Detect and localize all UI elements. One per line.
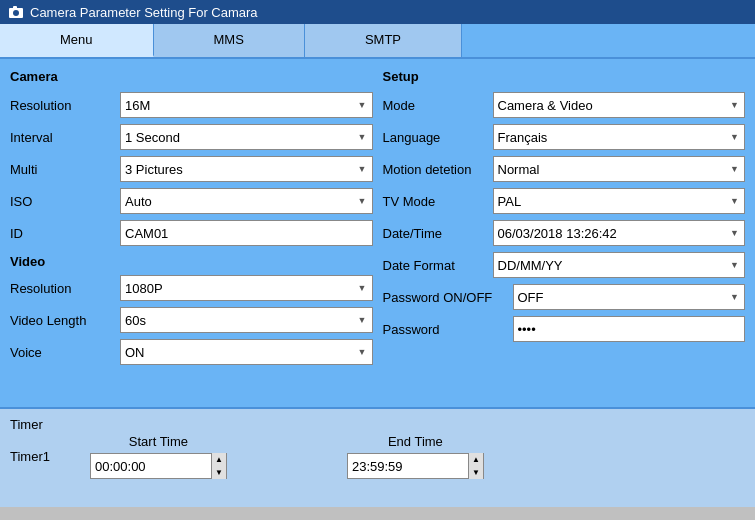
end-spinners2: ▲▼ (468, 453, 483, 479)
video-voice-wrapper: ONOFF (120, 339, 373, 365)
setup-motion-wrapper: NormalLowHigh (493, 156, 746, 182)
camera-iso-select[interactable]: Auto100200 (120, 188, 373, 214)
setup-motion-label: Motion detetion (383, 162, 493, 177)
title-bar: Camera Parameter Setting For Camara (0, 0, 755, 24)
st-up2[interactable]: ▲ (212, 453, 226, 466)
setup-datetime-select[interactable]: 06/03/2018 13:26:42 (493, 220, 746, 246)
camera-multi-select[interactable]: 3 Pictures1 Picture2 Pictures (120, 156, 373, 182)
setup-section-title: Setup (383, 69, 746, 84)
setup-datetime-wrapper: 06/03/2018 13:26:42 (493, 220, 746, 246)
video-length-label: Video Length (10, 313, 120, 328)
setup-mode-label: Mode (383, 98, 493, 113)
start-time-group2: Start Time▲▼ (90, 434, 227, 479)
camera-resolution-row: Resolution 16M8M5M (10, 92, 373, 118)
start-spinners2: ▲▼ (211, 453, 226, 479)
svg-rect-2 (13, 6, 17, 9)
camera-interval-label: Interval (10, 130, 120, 145)
video-voice-label: Voice (10, 345, 120, 360)
left-panel: Camera Resolution 16M8M5M Interval 1 Sec… (10, 69, 373, 397)
camera-section-title: Camera (10, 69, 373, 84)
setup-dateformat-label: Date Format (383, 258, 493, 273)
video-resolution-select[interactable]: 1080P720P480P (120, 275, 373, 301)
title-text: Camera Parameter Setting For Camara (30, 5, 258, 20)
setup-password-input[interactable] (513, 316, 746, 342)
video-voice-select[interactable]: ONOFF (120, 339, 373, 365)
st-dn2[interactable]: ▼ (212, 466, 226, 479)
end-time-input2[interactable] (348, 454, 468, 478)
camera-id-row: ID (10, 220, 373, 246)
setup-pwonoff-label: Password ON/OFF (383, 290, 513, 305)
video-resolution-wrapper: 1080P720P480P (120, 275, 373, 301)
setup-tvmode-wrapper: PALNTSC (493, 188, 746, 214)
camera-resolution-select[interactable]: 16M8M5M (120, 92, 373, 118)
setup-language-label: Language (383, 130, 493, 145)
setup-pwonoff-row: Password ON/OFF OFFON (383, 284, 746, 310)
camera-multi-wrapper: 3 Pictures1 Picture2 Pictures (120, 156, 373, 182)
video-length-row: Video Length 60s10s30s90s (10, 307, 373, 333)
video-resolution-row: Resolution 1080P720P480P (10, 275, 373, 301)
camera-iso-row: ISO Auto100200 (10, 188, 373, 214)
setup-dateformat-wrapper: DD/MM/YYMM/DD/YYYY/MM/DD (493, 252, 746, 278)
setup-datetime-label: Date/Time (383, 226, 493, 241)
setup-mode-wrapper: Camera & VideoCameraVideo (493, 92, 746, 118)
video-voice-row: Voice ONOFF (10, 339, 373, 365)
setup-datetime-row: Date/Time 06/03/2018 13:26:42 (383, 220, 746, 246)
tab-menu[interactable]: Menu (0, 24, 154, 57)
camera-id-label: ID (10, 226, 120, 241)
setup-motion-row: Motion detetion NormalLowHigh (383, 156, 746, 182)
setup-password-row: Password (383, 316, 746, 342)
setup-motion-select[interactable]: NormalLowHigh (493, 156, 746, 182)
bottom-panel: TimerTimer1Start Time▲▼End Time▲▼ (0, 407, 755, 507)
svg-point-1 (13, 10, 19, 16)
setup-mode-row: Mode Camera & VideoCameraVideo (383, 92, 746, 118)
setup-dateformat-select[interactable]: DD/MM/YYMM/DD/YYYY/MM/DD (493, 252, 746, 278)
setup-language-select[interactable]: FrançaisEnglishDeutsch (493, 124, 746, 150)
video-resolution-label: Resolution (10, 281, 120, 296)
tab-mms[interactable]: MMS (154, 24, 305, 57)
camera-multi-label: Multi (10, 162, 120, 177)
et-dn2[interactable]: ▼ (469, 466, 483, 479)
main-content: Camera Resolution 16M8M5M Interval 1 Sec… (0, 59, 755, 407)
setup-language-wrapper: FrançaisEnglishDeutsch (493, 124, 746, 150)
start-time-label2: Start Time (129, 434, 188, 449)
setup-language-row: Language FrançaisEnglishDeutsch (383, 124, 746, 150)
setup-tvmode-select[interactable]: PALNTSC (493, 188, 746, 214)
video-length-wrapper: 60s10s30s90s (120, 307, 373, 333)
timer-section-label: Timer (10, 417, 745, 432)
end-time-label2: End Time (388, 434, 443, 449)
camera-iso-label: ISO (10, 194, 120, 209)
setup-mode-select[interactable]: Camera & VideoCameraVideo (493, 92, 746, 118)
setup-dateformat-row: Date Format DD/MM/YYMM/DD/YYYY/MM/DD (383, 252, 746, 278)
camera-id-input[interactable] (120, 220, 373, 246)
camera-resolution-wrapper: 16M8M5M (120, 92, 373, 118)
start-time-wrapper2: ▲▼ (90, 453, 227, 479)
video-length-select[interactable]: 60s10s30s90s (120, 307, 373, 333)
tab-bar: Menu MMS SMTP (0, 24, 755, 59)
start-time-input2[interactable] (91, 454, 211, 478)
setup-pwonoff-wrapper: OFFON (513, 284, 746, 310)
setup-password-label: Password (383, 322, 513, 337)
video-section-title: Video (10, 254, 373, 269)
right-panel: Setup Mode Camera & VideoCameraVideo Lan… (383, 69, 746, 397)
camera-interval-select[interactable]: 1 Second5 Seconds10 Seconds (120, 124, 373, 150)
setup-tvmode-label: TV Mode (383, 194, 493, 209)
setup-tvmode-row: TV Mode PALNTSC (383, 188, 746, 214)
camera-icon (8, 4, 24, 20)
camera-multi-row: Multi 3 Pictures1 Picture2 Pictures (10, 156, 373, 182)
camera-iso-wrapper: Auto100200 (120, 188, 373, 214)
camera-resolution-label: Resolution (10, 98, 120, 113)
tab-smtp[interactable]: SMTP (305, 24, 462, 57)
setup-pwonoff-select[interactable]: OFFON (513, 284, 746, 310)
timer1-row-label: Timer1 (10, 449, 90, 464)
camera-interval-wrapper: 1 Second5 Seconds10 Seconds (120, 124, 373, 150)
camera-interval-row: Interval 1 Second5 Seconds10 Seconds (10, 124, 373, 150)
end-time-wrapper2: ▲▼ (347, 453, 484, 479)
end-time-group2: End Time▲▼ (347, 434, 484, 479)
et-up2[interactable]: ▲ (469, 453, 483, 466)
